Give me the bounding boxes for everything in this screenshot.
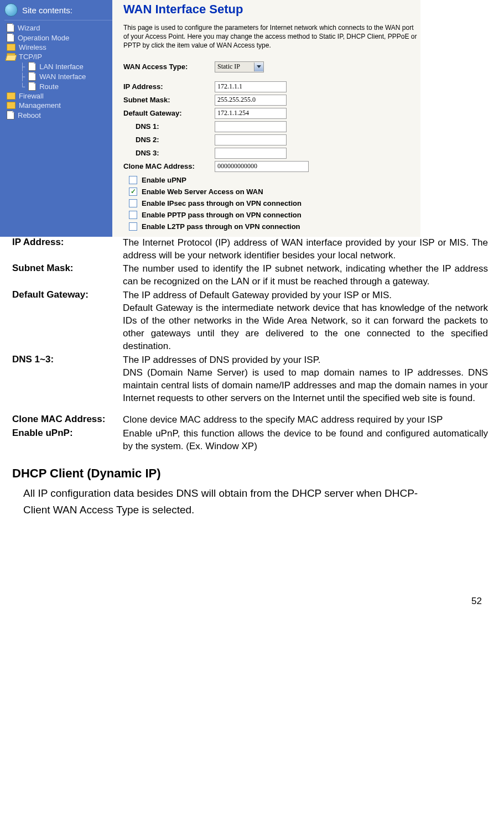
sidebar: Site contents: Wizard Operation Mode Wir… bbox=[0, 0, 112, 237]
tree-line-icon: └ bbox=[20, 82, 25, 91]
doc-icon bbox=[28, 82, 36, 91]
input-dns2[interactable] bbox=[215, 134, 287, 145]
tree-line-icon: ├ bbox=[20, 63, 25, 71]
nav-management[interactable]: Management bbox=[7, 101, 112, 110]
nav-route[interactable]: └Route bbox=[7, 81, 112, 91]
folder-icon bbox=[7, 92, 15, 100]
dhcp-paragraph: All IP configuration data besides DNS wi… bbox=[23, 485, 433, 519]
page-title: WAN Interface Setup bbox=[123, 2, 418, 17]
label-ip: IP Address: bbox=[123, 82, 215, 91]
label-mac: Clone MAC Address: bbox=[123, 162, 215, 170]
checkbox-icon bbox=[129, 211, 137, 219]
check-ipsec[interactable]: Enable IPsec pass through on VPN connect… bbox=[123, 197, 418, 209]
tree-line-icon: ├ bbox=[20, 72, 25, 81]
doc-icon bbox=[7, 33, 14, 42]
input-clone-mac[interactable] bbox=[215, 161, 309, 172]
def-gw-term: Default Gateway: bbox=[12, 289, 123, 353]
label-gw: Default Gateway: bbox=[123, 109, 215, 117]
nav-wan[interactable]: ├WAN Interface bbox=[7, 71, 112, 81]
row-dns2: DNS 2: bbox=[123, 134, 418, 145]
row-mac: Clone MAC Address: bbox=[123, 161, 418, 172]
def-mask-desc: The number used to identify the IP subne… bbox=[123, 263, 488, 288]
nav-lan[interactable]: ├LAN Interface bbox=[7, 61, 112, 71]
nav-wizard[interactable]: Wizard bbox=[7, 23, 112, 33]
check-ipsec-label: Enable IPsec pass through on VPN connect… bbox=[142, 199, 302, 207]
row-dns3: DNS 3: bbox=[123, 148, 418, 159]
document-body: IP Address: The Internet Protocol (IP) a… bbox=[0, 237, 493, 519]
row-mask: Subnet Mask: bbox=[123, 95, 418, 106]
doc-icon bbox=[28, 62, 36, 71]
checkbox-icon bbox=[129, 222, 137, 231]
row-ip: IP Address: bbox=[123, 81, 418, 92]
check-web-wan-label: Enable Web Server Access on WAN bbox=[142, 188, 263, 196]
nav-firewall[interactable]: Firewall bbox=[7, 91, 112, 101]
doc-icon bbox=[7, 111, 14, 119]
row-gw: Default Gateway: bbox=[123, 108, 418, 119]
def-ip-term: IP Address: bbox=[12, 237, 123, 262]
def-upnp-desc: Enable uPnP, this function allows the de… bbox=[123, 428, 488, 453]
checkbox-icon bbox=[129, 176, 137, 184]
doc-icon bbox=[7, 23, 14, 32]
label-dns2: DNS 2: bbox=[123, 136, 215, 144]
nav-op-mode[interactable]: Operation Mode bbox=[7, 33, 112, 43]
row-access-type: WAN Access Type: Static IP bbox=[123, 61, 418, 72]
def-mac-desc: Clone device MAC address to the specify … bbox=[123, 414, 488, 426]
globe-icon bbox=[4, 3, 18, 17]
input-dns1[interactable] bbox=[215, 121, 287, 132]
label-mask: Subnet Mask: bbox=[123, 96, 215, 104]
nav-tcpip[interactable]: TCP/IP bbox=[7, 52, 112, 61]
nav-wireless[interactable]: Wireless bbox=[7, 43, 112, 52]
def-gw-desc: The IP address of Default Gateway provid… bbox=[123, 289, 488, 353]
input-dns3[interactable] bbox=[215, 148, 287, 159]
folder-icon bbox=[7, 44, 15, 51]
def-upnp-term: Enable uPnP: bbox=[12, 428, 123, 453]
nav-reboot[interactable]: Reboot bbox=[7, 110, 112, 120]
def-mac-term: Clone MAC Address: bbox=[12, 414, 123, 426]
def-gw: Default Gateway: The IP address of Defau… bbox=[12, 289, 488, 353]
chevron-down-icon bbox=[254, 63, 263, 71]
row-dns1: DNS 1: bbox=[123, 121, 418, 132]
check-upnp[interactable]: Enable uPNP bbox=[123, 174, 418, 186]
def-ip: IP Address: The Internet Protocol (IP) a… bbox=[12, 237, 488, 262]
check-l2tp-label: Enable L2TP pass through on VPN connecti… bbox=[142, 222, 300, 231]
label-access-type: WAN Access Type: bbox=[123, 63, 215, 71]
dhcp-heading: DHCP Client (Dynamic IP) bbox=[12, 466, 488, 481]
wan-setup-screenshot: Site contents: Wizard Operation Mode Wir… bbox=[0, 0, 420, 237]
check-upnp-label: Enable uPNP bbox=[142, 176, 186, 184]
select-access-type[interactable]: Static IP bbox=[215, 61, 264, 72]
label-dns3: DNS 3: bbox=[123, 149, 215, 157]
check-pptp-label: Enable PPTP pass through on VPN connecti… bbox=[142, 211, 302, 219]
select-access-type-value: Static IP bbox=[215, 63, 254, 71]
input-ip-address[interactable] bbox=[215, 81, 287, 92]
def-mask: Subnet Mask: The number used to identify… bbox=[12, 263, 488, 288]
input-subnet-mask[interactable] bbox=[215, 95, 287, 106]
sidebar-header: Site contents: bbox=[4, 2, 112, 20]
def-ip-desc: The Internet Protocol (IP) address of WA… bbox=[123, 237, 488, 262]
label-dns1: DNS 1: bbox=[123, 122, 215, 131]
checkbox-icon bbox=[129, 199, 137, 207]
folder-icon bbox=[7, 102, 15, 109]
intro-text: This page is used to configure the param… bbox=[123, 23, 418, 50]
def-dns: DNS 1~3: The IP addresses of DNS provide… bbox=[12, 354, 488, 405]
input-default-gateway[interactable] bbox=[215, 108, 287, 119]
open-folder-icon bbox=[7, 53, 15, 60]
check-l2tp[interactable]: Enable L2TP pass through on VPN connecti… bbox=[123, 221, 418, 232]
def-upnp: Enable uPnP: Enable uPnP, this function … bbox=[12, 428, 488, 453]
def-dns-term: DNS 1~3: bbox=[12, 354, 123, 405]
page-number: 52 bbox=[0, 518, 504, 618]
sidebar-title: Site contents: bbox=[22, 6, 72, 15]
def-mac: Clone MAC Address: Clone device MAC addr… bbox=[12, 414, 488, 426]
check-web-wan[interactable]: Enable Web Server Access on WAN bbox=[123, 186, 418, 197]
content-pane: WAN Interface Setup This page is used to… bbox=[112, 0, 420, 237]
def-dns-desc: The IP addresses of DNS provided by your… bbox=[123, 354, 488, 405]
nav-tree: Wizard Operation Mode Wireless TCP/IP ├L… bbox=[4, 20, 112, 120]
check-pptp[interactable]: Enable PPTP pass through on VPN connecti… bbox=[123, 209, 418, 221]
checkbox-checked-icon bbox=[129, 188, 137, 196]
def-mask-term: Subnet Mask: bbox=[12, 263, 123, 288]
doc-icon bbox=[28, 72, 36, 81]
